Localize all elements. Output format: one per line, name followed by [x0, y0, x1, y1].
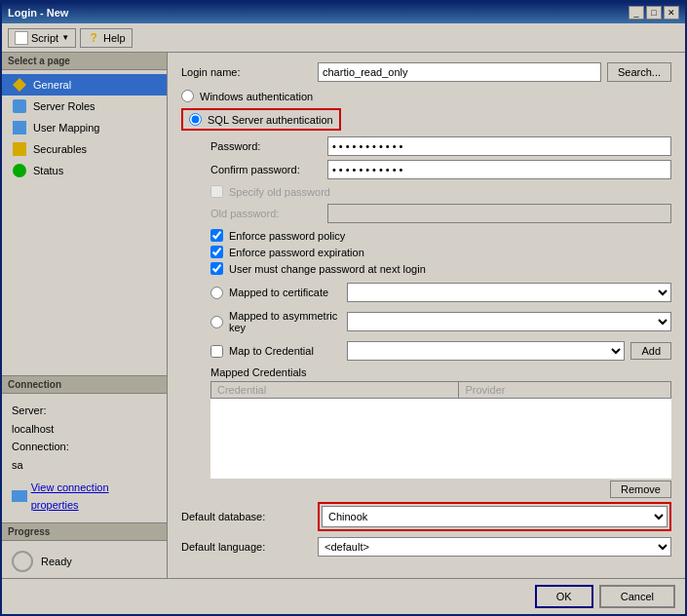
enforce-expiration-row: Enforce password expiration — [210, 244, 671, 260]
sidebar-item-server-roles-label: Server Roles — [33, 100, 95, 112]
specify-old-label: Specify old password — [229, 186, 330, 198]
cancel-button[interactable]: Cancel — [599, 585, 675, 608]
credential-select[interactable] — [347, 341, 625, 361]
connection-label: Connection — [2, 376, 167, 394]
remove-button[interactable]: Remove — [610, 481, 671, 498]
sidebar-item-user-mapping[interactable]: User Mapping — [2, 117, 167, 138]
default-lang-row: Default language: <default> English — [181, 537, 671, 557]
ok-button[interactable]: OK — [535, 585, 593, 608]
default-lang-select[interactable]: <default> English — [318, 537, 671, 557]
sidebar-item-securables[interactable]: Securables — [2, 138, 167, 160]
map-credential-checkbox[interactable] — [210, 345, 223, 358]
sql-auth-radio[interactable]: SQL Server authentication — [181, 108, 341, 131]
sidebar-item-general[interactable]: General — [2, 74, 167, 96]
sidebar-item-server-roles[interactable]: Server Roles — [2, 96, 167, 117]
main-area: Select a page General Server Roles User … — [2, 53, 685, 578]
sidebar-item-securables-label: Securables — [33, 143, 87, 155]
enforce-policy-label: Enforce password policy — [229, 230, 345, 242]
password-row: Password: — [210, 136, 671, 156]
minimize-button[interactable]: _ — [629, 6, 644, 19]
status-icon — [12, 163, 27, 178]
server-roles-icon — [12, 98, 27, 114]
bottom-bar: OK Cancel — [2, 578, 685, 614]
map-credential-check[interactable]: Map to Credential — [210, 343, 347, 360]
default-lang-label: Default language: — [181, 541, 318, 553]
mapped-credentials-label: Mapped Credentials — [210, 366, 671, 378]
login-name-row: Login name: Search... — [181, 62, 671, 82]
general-icon — [12, 77, 27, 93]
connection-section: Connection Server: localhost Connection:… — [2, 375, 167, 522]
mapped-asym-label: Mapped to asymmetric key — [229, 310, 347, 333]
script-icon — [15, 31, 28, 45]
login-window: Login - New _ □ ✕ Script ▼ ? Help Select… — [0, 0, 687, 616]
select-page-label: Select a page — [2, 53, 167, 70]
connection-link-label: View connection properties — [31, 479, 157, 515]
help-label: Help — [103, 32, 126, 44]
toolbar: Script ▼ ? Help — [2, 23, 685, 53]
sidebar-item-general-label: General — [33, 79, 71, 91]
sql-auth-radio-input[interactable] — [189, 113, 202, 126]
progress-spinner — [12, 551, 33, 572]
password-input[interactable] — [327, 136, 671, 156]
script-label: Script — [31, 32, 58, 44]
windows-auth-group: Windows authentication — [181, 88, 671, 104]
server-value: localhost — [12, 420, 157, 439]
remove-btn-row: Remove — [210, 481, 671, 498]
mapped-asym-select[interactable] — [347, 312, 671, 331]
search-button[interactable]: Search... — [607, 62, 671, 82]
login-name-label: Login name: — [181, 66, 318, 78]
default-db-select[interactable]: Chinook master msdb tempdb — [322, 506, 668, 527]
user-must-change-row: User must change password at next login — [210, 260, 671, 277]
window-controls: _ □ ✕ — [629, 6, 679, 19]
securables-icon — [12, 141, 27, 157]
mapped-cert-row: Mapped to certificate — [210, 283, 671, 302]
mapped-asym-radio[interactable]: Mapped to asymmetric key — [210, 308, 347, 335]
default-db-highlighted: Chinook master msdb tempdb — [318, 502, 671, 531]
progress-label: Progress — [2, 523, 167, 541]
user-mapping-icon — [12, 120, 27, 135]
sidebar-item-user-mapping-label: User Mapping — [33, 122, 99, 134]
user-must-change-label: User must change password at next login — [229, 263, 426, 275]
default-db-label: Default database: — [181, 511, 318, 522]
specify-old-checkbox — [210, 185, 223, 198]
maximize-button[interactable]: □ — [646, 6, 662, 19]
server-label-text: Server: — [12, 402, 157, 420]
map-credential-row: Map to Credential Add — [210, 341, 671, 361]
mapped-cert-radio[interactable]: Mapped to certificate — [210, 285, 347, 301]
sidebar-item-status-label: Status — [33, 165, 63, 176]
sql-auth-row: SQL Server authentication — [181, 108, 671, 131]
link-icon — [12, 490, 27, 502]
mapped-cert-select[interactable] — [347, 283, 671, 302]
windows-auth-label: Windows authentication — [200, 91, 313, 102]
enforce-expiration-label: Enforce password expiration — [229, 247, 364, 258]
view-connection-link[interactable]: View connection properties — [12, 479, 157, 515]
credentials-table: Credential Provider — [210, 381, 671, 479]
old-password-label: Old password: — [210, 208, 327, 219]
help-button[interactable]: ? Help — [80, 28, 133, 48]
windows-auth-radio[interactable]: Windows authentication — [181, 88, 671, 104]
login-name-input[interactable] — [318, 62, 601, 82]
sidebar: Select a page General Server Roles User … — [2, 53, 168, 578]
sql-auth-label: SQL Server authentication — [208, 114, 333, 126]
old-password-input — [327, 204, 671, 223]
add-button[interactable]: Add — [630, 342, 671, 360]
enforce-policy-checkbox[interactable] — [210, 229, 223, 242]
connection-label-text: Connection: — [12, 438, 157, 456]
title-bar: Login - New _ □ ✕ — [2, 2, 685, 23]
confirm-password-input[interactable] — [327, 160, 671, 179]
script-button[interactable]: Script ▼ — [8, 28, 76, 48]
close-button[interactable]: ✕ — [664, 6, 679, 19]
content-area: Login name: Search... Windows authentica… — [168, 53, 685, 578]
enforce-expiration-checkbox[interactable] — [210, 246, 223, 258]
specify-old-radio: Specify old password — [210, 183, 330, 200]
mapped-asym-radio-input[interactable] — [210, 316, 223, 328]
windows-auth-radio-input[interactable] — [181, 90, 194, 102]
progress-status: Ready — [41, 556, 72, 567]
default-db-row: Default database: Chinook master msdb te… — [181, 502, 671, 531]
sidebar-item-status[interactable]: Status — [2, 160, 167, 181]
user-must-change-checkbox[interactable] — [210, 262, 223, 275]
mapped-asym-row: Mapped to asymmetric key — [210, 308, 671, 335]
confirm-password-label: Confirm password: — [210, 164, 327, 175]
mapped-cert-radio-input[interactable] — [210, 287, 223, 299]
mapped-cert-label: Mapped to certificate — [229, 287, 328, 298]
